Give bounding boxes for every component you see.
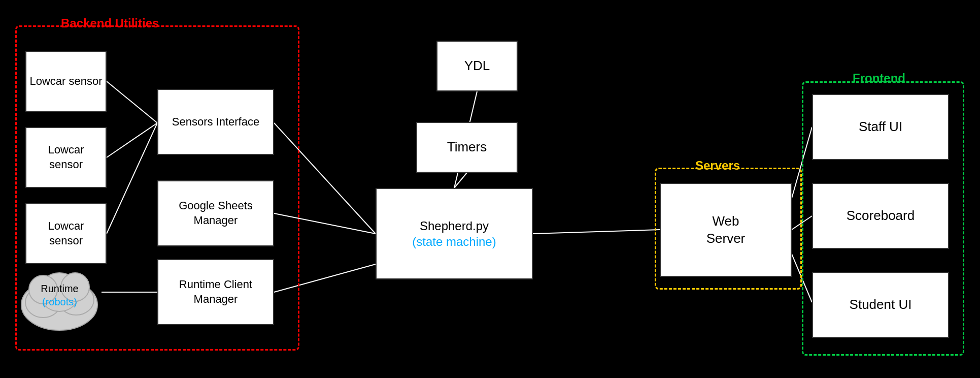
lowcar-sensor-1-box: Lowcar sensor [25, 51, 107, 112]
lowcar-sensor-2-label: Lowcarsensor [48, 143, 84, 172]
runtime-client-box: Runtime ClientManager [157, 259, 274, 325]
google-sheets-box: Google SheetsManager [157, 180, 274, 246]
svg-line-9 [533, 230, 660, 234]
timers-box: Timers [416, 122, 518, 173]
shepherd-label: Shepherd.py [420, 219, 489, 233]
robots-label: (robots) [42, 296, 77, 307]
student-ui-box: Student UI [812, 272, 949, 338]
scoreboard-label: Scoreboard [847, 207, 915, 225]
scoreboard-box: Scoreboard [812, 183, 949, 249]
lowcar-sensor-3-label: Lowcarsensor [48, 219, 84, 248]
diagram-container: Backend Utilities Servers Frontend Lowca… [0, 0, 980, 378]
ydl-label: YDL [464, 57, 490, 75]
google-sheets-label: Google SheetsManager [179, 199, 253, 228]
sensors-interface-label: Sensors Interface [172, 115, 259, 130]
ydl-box: YDL [436, 41, 518, 91]
lowcar-sensor-2-box: Lowcarsensor [25, 127, 107, 188]
sensors-interface-box: Sensors Interface [157, 89, 274, 155]
staff-ui-label: Staff UI [859, 118, 902, 136]
timers-label: Timers [447, 139, 487, 156]
shepherd-box: Shepherd.py (state machine) [376, 188, 533, 279]
lowcar-sensor-1-label: Lowcar sensor [29, 74, 102, 89]
shepherd-sublabel: (state machine) [412, 235, 496, 248]
frontend-group-label: Frontend [853, 71, 905, 85]
runtime-label: Runtime [41, 283, 78, 294]
runtime-client-label: Runtime ClientManager [179, 277, 252, 306]
backend-group-label: Backend Utilities [61, 16, 159, 30]
staff-ui-box: Staff UI [812, 94, 949, 160]
runtime-cloud: Runtime (robots) [15, 254, 104, 338]
student-ui-label: Student UI [850, 296, 912, 313]
web-server-label: WebServer [706, 213, 746, 247]
web-server-box: WebServer [660, 183, 792, 277]
shepherd-label-container: Shepherd.py (state machine) [412, 218, 496, 249]
svg-line-8 [454, 173, 467, 188]
servers-group-label: Servers [695, 159, 740, 173]
